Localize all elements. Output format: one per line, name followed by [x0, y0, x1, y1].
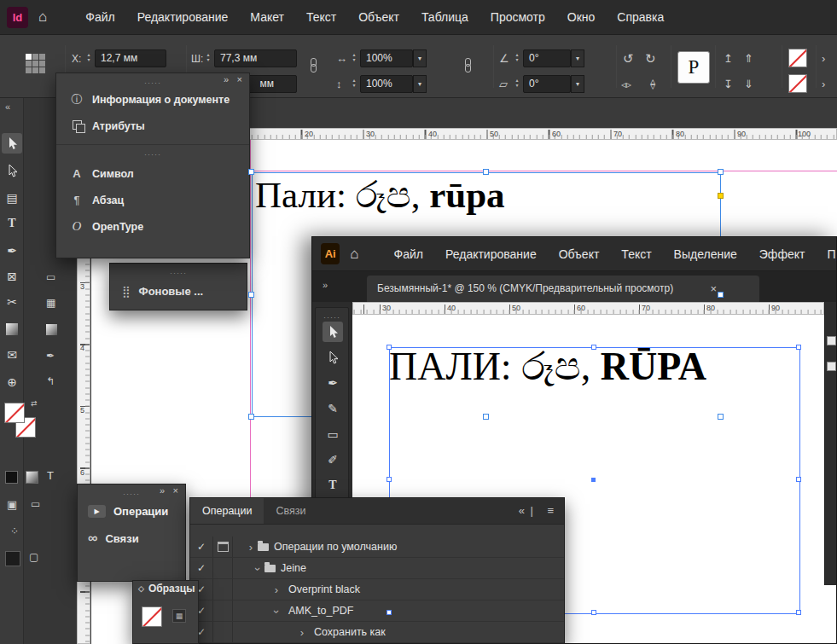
proxy-cell[interactable]	[32, 54, 38, 60]
dock-panel-swatches-icon[interactable]: ▦	[46, 297, 55, 309]
page-tool-icon[interactable]: ▤	[2, 188, 22, 208]
ai-menu-select[interactable]: Выделение	[663, 237, 748, 271]
menu-type[interactable]: Текст	[295, 0, 347, 34]
note-tool-icon[interactable]: ✉	[2, 345, 22, 365]
document-text[interactable]: Пали: රූප, rūpa	[255, 174, 505, 217]
panel-expand-icon[interactable]: »	[224, 74, 229, 85]
action-dialog-cell[interactable]	[213, 622, 233, 642]
action-check-cell[interactable]: ✓	[190, 537, 213, 557]
ai-handle-mid-left[interactable]	[387, 477, 392, 482]
flip-horizontal-button[interactable]: ◃▹	[621, 78, 631, 91]
flyout-item-attributes[interactable]: Атрибуты	[56, 113, 249, 139]
action-dialog-cell[interactable]	[213, 579, 233, 600]
ai-handle-bottom-center[interactable]	[591, 610, 596, 615]
ai-curvature-tool-icon[interactable]: ✎	[323, 398, 343, 419]
formatting-affects-container-icon[interactable]: ▣	[7, 498, 17, 511]
direct-selection-tool-icon[interactable]	[2, 160, 22, 181]
proxy-cell[interactable]	[39, 67, 45, 73]
dock-panel-history-icon[interactable]: ↰	[46, 375, 55, 387]
menu-window[interactable]: Окно	[556, 0, 607, 34]
shear-stepper[interactable]: ▴▾	[513, 78, 521, 88]
ai-direct-selection-tool-icon[interactable]	[323, 347, 343, 368]
panel-expand-icon[interactable]: »	[160, 485, 165, 496]
drag-handle-dots[interactable]: ·····	[144, 78, 161, 87]
illustrator-app-icon[interactable]: Ai	[321, 243, 340, 264]
menu-edit[interactable]: Редактирование	[126, 0, 240, 34]
panel-expander-icon[interactable]: ◇	[138, 584, 144, 593]
x-field[interactable]: 12,7 мм	[95, 49, 166, 67]
ai-horizontal-ruler[interactable]: 30 40 50 60 70 80 90	[352, 302, 824, 315]
menu-help[interactable]: Справка	[606, 0, 675, 34]
action-label[interactable]: Операции по умолчанию	[274, 541, 397, 553]
dialog-toggle-icon[interactable]	[218, 542, 229, 552]
action-check-cell[interactable]: ✓	[190, 558, 213, 578]
frame-handle-bottom-left[interactable]	[248, 414, 254, 420]
scale-y-field[interactable]: 100%	[360, 75, 413, 93]
stroke-none-swatch[interactable]	[788, 74, 807, 93]
expander-icon[interactable]: ›	[252, 564, 264, 574]
ai-handle-bottom-right[interactable]	[796, 610, 801, 615]
collapsed-panel-icon[interactable]	[827, 336, 836, 345]
proxy-cell[interactable]	[32, 67, 38, 73]
flyout-item-opentype[interactable]: O OpenType	[56, 213, 249, 240]
collapsed-panel-icon[interactable]	[827, 362, 836, 371]
scissors-tool-icon[interactable]: ✂	[2, 292, 22, 312]
scale-x-stepper[interactable]: ▴▾	[350, 52, 358, 62]
overflow-chevron[interactable]: ›	[822, 52, 825, 66]
action-label[interactable]: Сохранить как	[314, 626, 386, 638]
drag-handle-dots[interactable]: ·····	[144, 150, 161, 159]
dock-panel-effects-icon[interactable]: ✒	[46, 350, 55, 362]
preview-mode-icon[interactable]: ▢	[29, 551, 38, 563]
ai-handle-mid-right[interactable]	[796, 477, 801, 482]
rotation-stepper[interactable]: ▴▾	[513, 52, 521, 62]
tab-links[interactable]: Связи	[264, 498, 317, 524]
expander-icon[interactable]: ›	[297, 626, 307, 639]
popup-item-links[interactable]: ∞ Связи	[78, 525, 185, 552]
drag-handle-dots[interactable]: ·····	[170, 269, 187, 277]
formatting-affects-text-icon[interactable]: T	[47, 469, 54, 482]
proxy-cell[interactable]	[39, 54, 45, 60]
ai-handle-top-left[interactable]	[387, 345, 392, 350]
frame-handle-top-center[interactable]	[483, 169, 489, 175]
scale-x-field[interactable]: 100%	[360, 49, 413, 67]
ai-handle-top-center[interactable]	[591, 345, 596, 350]
dock-panel-gradient-icon[interactable]	[46, 324, 57, 335]
toolbar-expand-icon[interactable]: »	[323, 280, 328, 290]
action-dialog-cell[interactable]	[213, 558, 233, 578]
action-row[interactable]: ✓ › AMK_to_PDF	[190, 600, 564, 622]
action-row[interactable]: ✓ › Операции по умолчанию	[190, 537, 564, 558]
document-tab[interactable]: Безымянный-1* @ 150 % (CMYK/Предваритель…	[367, 276, 759, 302]
dock-panel-stroke-icon[interactable]: ▭	[46, 271, 55, 283]
view-options-icon[interactable]: ▭	[31, 498, 40, 510]
popup-item-actions[interactable]: ▶ Операции	[78, 497, 185, 525]
proxy-cell[interactable]	[26, 61, 32, 67]
zoom-tool-icon[interactable]: ⊕	[2, 372, 22, 392]
proxy-cell[interactable]	[32, 61, 38, 67]
toolbar-collapse-icon[interactable]: «	[5, 102, 10, 112]
gradient-tool-icon[interactable]	[2, 319, 22, 339]
corner-options-yellow-handle[interactable]	[718, 193, 724, 199]
apply-gradient-button[interactable]	[26, 471, 38, 484]
ai-type-tool-icon[interactable]: T	[323, 475, 343, 496]
ai-pen-tool-icon[interactable]: ✒	[323, 373, 343, 393]
ai-menu-type[interactable]: Текст	[610, 237, 662, 271]
frame-handle-mid-left[interactable]	[248, 292, 254, 298]
shear-dropdown[interactable]: ▾	[571, 75, 584, 93]
scale-x-dropdown[interactable]: ▾	[413, 49, 427, 67]
proxy-cell[interactable]	[39, 61, 45, 67]
action-label[interactable]: Overprint black	[288, 583, 360, 595]
menu-file[interactable]: Файл	[74, 0, 125, 34]
proxy-cell[interactable]	[26, 54, 32, 60]
constrain-scale-icon[interactable]	[463, 58, 472, 73]
align-bottom-icon[interactable]: ↧	[724, 78, 733, 91]
screen-mode-button[interactable]	[5, 551, 20, 566]
rotate-ccw-button[interactable]: ↺	[623, 52, 634, 66]
scale-y-stepper[interactable]: ▴▾	[350, 78, 358, 88]
frame-handle-mid-right[interactable]	[718, 292, 724, 298]
tab-close-icon[interactable]: ×	[710, 276, 717, 302]
fill-color-swatch[interactable]	[4, 403, 25, 423]
rectangle-frame-tool-icon[interactable]: ⊠	[2, 266, 22, 287]
action-dialog-cell[interactable]	[213, 537, 233, 557]
panel-close-icon[interactable]: ×	[173, 485, 178, 496]
type-tool-icon[interactable]: T	[2, 213, 22, 234]
